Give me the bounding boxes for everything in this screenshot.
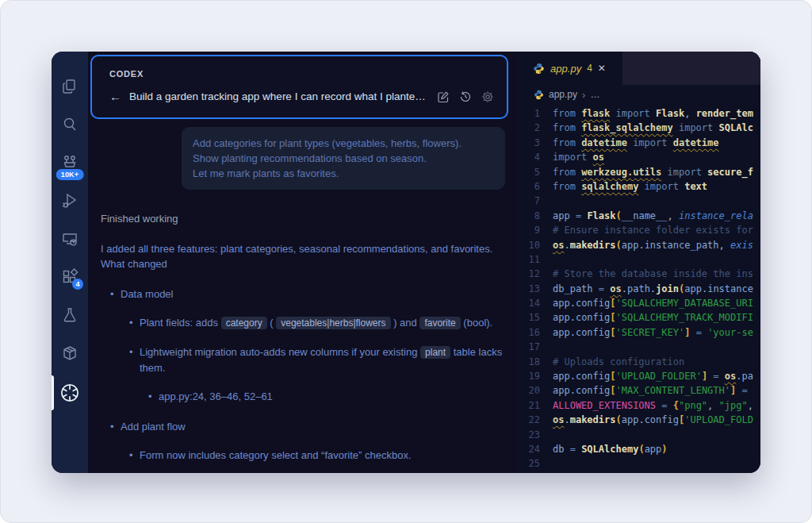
code-line: 21ALLOWED_EXTENSIONS = {"png", "jpg", bbox=[516, 398, 760, 413]
prompt-text[interactable]: Build a garden tracking app where I can … bbox=[129, 90, 429, 102]
line-number: 1 bbox=[516, 106, 540, 121]
line-number: 20 bbox=[516, 383, 540, 398]
bullet-marker: • bbox=[129, 315, 140, 331]
line-number: 19 bbox=[516, 369, 540, 383]
code-line: 26# Database Model bbox=[516, 471, 760, 473]
tab-label[interactable]: app.py bbox=[550, 63, 581, 75]
bullet-list: •Data model•Plant fields: adds category … bbox=[101, 286, 505, 463]
code-line: 4import os bbox=[516, 150, 760, 164]
assistant-subheading: What changed bbox=[101, 256, 504, 271]
inline-code-chip: plant bbox=[420, 346, 450, 359]
prompt-actions bbox=[437, 90, 494, 103]
tab-modified-badge: 4 bbox=[587, 63, 592, 74]
bullet-text: Add plant flow bbox=[121, 421, 186, 433]
code-line: 3from datetime import datetime bbox=[516, 136, 760, 150]
code-line: 5from werkzeug.utils import secure_f bbox=[516, 165, 760, 179]
code-line: 15app.config['SQLALCHEMY_TRACK_MODIFI bbox=[516, 310, 760, 325]
bullet-text: Plant fields: adds bbox=[140, 317, 221, 329]
code-line: 2from flask_sqlalchemy import SQLAlc bbox=[516, 121, 760, 135]
line-number: 3 bbox=[516, 136, 540, 150]
line-number: 25 bbox=[516, 456, 540, 471]
openai-icon[interactable] bbox=[52, 374, 88, 412]
status-text: Finished working bbox=[101, 213, 505, 225]
code-line: 24db = SQLAlchemy(app) bbox=[516, 442, 760, 456]
screenshot-frame: 10K+ bbox=[0, 0, 812, 523]
line-number: 5 bbox=[516, 165, 540, 179]
breadcrumb[interactable]: app.py › … bbox=[516, 85, 760, 104]
chevron-right-icon: › bbox=[582, 89, 585, 101]
app-window: 10K+ bbox=[52, 52, 760, 473]
bullet-item: •Plant fields: adds category ( vegetable… bbox=[101, 315, 505, 331]
remote-monitor-icon[interactable] bbox=[52, 220, 88, 258]
panel-title: CODEX bbox=[109, 69, 494, 79]
tab-bar: app.py 4 ✕ bbox=[516, 52, 760, 85]
code-line: 17 bbox=[516, 340, 760, 354]
code-line: 25 bbox=[516, 456, 760, 471]
inline-code-chip: category bbox=[221, 317, 267, 329]
code-line: 11 bbox=[516, 252, 760, 267]
search-icon[interactable] bbox=[52, 106, 88, 144]
package-icon[interactable] bbox=[52, 334, 88, 372]
line-number: 7 bbox=[516, 194, 540, 208]
code-line: 19app.config['UPLOAD_FOLDER'] = os.pa bbox=[516, 369, 760, 383]
code-line: 14app.config['SQLALCHEMY_DATABASE_URI bbox=[516, 296, 760, 310]
edit-icon[interactable] bbox=[437, 90, 450, 103]
breadcrumb-file[interactable]: app.py bbox=[549, 89, 577, 100]
code-line: 9# Ensure instance folder exists for bbox=[516, 223, 760, 237]
tab-app-py[interactable]: app.py 4 ✕ bbox=[516, 52, 622, 85]
line-number: 10 bbox=[516, 238, 540, 252]
code-line: 12# Store the database inside the ins bbox=[516, 267, 760, 281]
assistant-paragraph: I added all three features: plant catego… bbox=[101, 241, 504, 256]
run-debug-icon[interactable] bbox=[52, 182, 88, 220]
bullet-item: •app.py:24, 36–46, 52–61 bbox=[101, 389, 505, 404]
bullet-item: •Form now includes category select and “… bbox=[101, 448, 505, 463]
line-number: 2 bbox=[516, 121, 540, 135]
active-indicator bbox=[52, 375, 54, 410]
beaker-icon[interactable] bbox=[52, 296, 88, 334]
code-lines[interactable]: 1from flask import Flask, render_tem2fro… bbox=[516, 104, 760, 473]
bullet-item: •Data model bbox=[101, 286, 505, 302]
line-number: 11 bbox=[516, 252, 540, 267]
plug-icon[interactable]: 10K+ bbox=[52, 144, 88, 182]
files-icon[interactable] bbox=[52, 67, 88, 106]
extensions-icon[interactable]: 4 bbox=[52, 258, 88, 296]
history-icon[interactable] bbox=[459, 90, 472, 103]
inline-code-chip: vegetables|herbs|flowers bbox=[276, 317, 390, 329]
line-number: 16 bbox=[516, 325, 540, 340]
code-line: 1from flask import Flask, render_tem bbox=[516, 106, 760, 121]
bullet-text: ) and bbox=[391, 317, 420, 329]
line-number: 23 bbox=[516, 428, 540, 442]
code-line: 16app.config['SECRET_KEY'] = 'your-se bbox=[516, 325, 760, 340]
settings-gear-icon[interactable] bbox=[481, 90, 494, 103]
code-line: 23 bbox=[516, 428, 760, 442]
user-message-line: Add categories for plant types (vegetabl… bbox=[193, 136, 494, 151]
bullet-marker: • bbox=[129, 448, 140, 463]
bullet-marker: • bbox=[148, 389, 159, 404]
bullet-marker: • bbox=[129, 344, 140, 375]
back-icon[interactable]: ← bbox=[109, 90, 121, 103]
user-message-line: Let me mark plants as favorites. bbox=[193, 166, 494, 181]
extensions-badge: 4 bbox=[72, 279, 83, 290]
line-number: 12 bbox=[516, 267, 540, 281]
tab-close-icon[interactable]: ✕ bbox=[598, 63, 606, 74]
bullet-text: (bool). bbox=[461, 317, 492, 329]
editor-pane: app.py 4 ✕ app.py › … 1from flask import… bbox=[516, 52, 760, 473]
bullet-text: Lightweight migration auto-adds new colu… bbox=[140, 346, 420, 358]
code-line: 13db_path = os.path.join(app.instance bbox=[516, 282, 760, 296]
bullet-item: •Lightweight migration auto-adds new col… bbox=[101, 344, 505, 375]
breadcrumb-ellipsis[interactable]: … bbox=[590, 89, 599, 100]
code-line: 6from sqlalchemy import text bbox=[516, 179, 760, 194]
bullet-text: app.py:24, 36–46, 52–61 bbox=[159, 390, 273, 402]
code-line: 8app = Flask(__name__, instance_rela bbox=[516, 209, 760, 223]
bullet-text: Data model bbox=[121, 288, 173, 300]
prompt-row[interactable]: ← Build a garden tracking app where I ca… bbox=[109, 90, 494, 103]
activity-bar: 10K+ bbox=[52, 52, 88, 473]
code-line: 7 bbox=[516, 194, 760, 208]
line-number: 21 bbox=[516, 398, 540, 413]
bullet-item: •Add plant flow bbox=[101, 419, 505, 434]
line-number: 15 bbox=[516, 310, 540, 325]
bullet-text: ( bbox=[267, 317, 277, 329]
bullet-marker: • bbox=[110, 419, 121, 434]
code-line: 10os.makedirs(app.instance_path, exis bbox=[516, 238, 760, 252]
code-line: 20app.config['MAX_CONTENT_LENGTH'] = bbox=[516, 383, 760, 398]
